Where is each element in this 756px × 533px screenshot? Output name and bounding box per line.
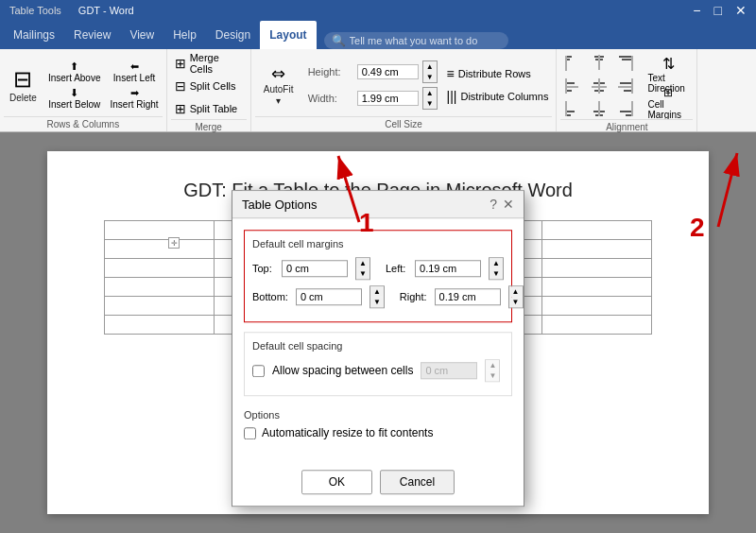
dialog-title-bar: Table Options ? ✕ — [232, 191, 524, 218]
table-cell[interactable] — [542, 316, 652, 335]
tab-layout[interactable]: Layout — [260, 21, 316, 49]
table-cell[interactable] — [105, 297, 215, 316]
left-spinner[interactable]: ▲▼ — [489, 257, 504, 280]
autofit-button[interactable]: ⇔ AutoFit ▾ — [255, 57, 302, 113]
autofit-container: ⇔ AutoFit ▾ — [255, 57, 302, 113]
align-middle-right-button[interactable] — [613, 76, 638, 96]
ok-button[interactable]: OK — [301, 470, 372, 494]
distribute-container: ≡ Distribute Rows ||| Distribute Columns — [443, 57, 553, 113]
text-dir-container: ⇅ Text Direction ⊞ Cell Margins — [644, 58, 693, 114]
align-bottom-left-button[interactable] — [560, 98, 585, 119]
tell-me-input[interactable] — [350, 35, 501, 46]
dialog-close-icon[interactable]: ✕ — [503, 197, 514, 212]
left-input[interactable] — [415, 260, 481, 277]
split-cells-button[interactable]: ⊟ Split Cells — [171, 76, 247, 96]
maximize-icon[interactable]: □ — [709, 3, 728, 18]
svg-rect-6 — [619, 56, 632, 58]
align-top-center-button[interactable] — [587, 53, 611, 74]
align-middle-left-button[interactable] — [560, 76, 585, 96]
insert-below-button[interactable]: ⬇ Insert Below — [44, 86, 105, 111]
rows-cols-group: ⊟ Delete ⬆ Insert Above ⬇ Insert Below ⬅… — [0, 49, 167, 131]
tab-design[interactable]: Design — [206, 21, 260, 49]
options-section: Options Automatically resize to fit cont… — [244, 405, 512, 451]
alignment-content: ⇅ Text Direction ⊞ Cell Margins — [560, 53, 693, 119]
bottom-input[interactable] — [296, 288, 362, 305]
distribute-rows-icon: ≡ — [447, 66, 455, 81]
default-cell-spacing-section: Default cell spacing Allow spacing betwe… — [244, 332, 512, 396]
text-direction-icon: ⇅ — [662, 55, 675, 73]
table-cell[interactable] — [105, 221, 215, 240]
svg-rect-18 — [618, 86, 633, 88]
height-spinner[interactable]: ▲▼ — [422, 60, 438, 83]
cell-spacing-title: Default cell spacing — [252, 340, 504, 352]
table-cell[interactable] — [542, 278, 652, 297]
table-cell[interactable] — [542, 240, 652, 259]
cell-margins-button[interactable]: ⊞ Cell Margins — [644, 92, 693, 114]
default-cell-margins-section: Default cell margins Top: ▲▼ Left: ▲▼ — [244, 230, 512, 322]
tab-help[interactable]: Help — [163, 21, 206, 49]
dialog-help-icon[interactable]: ? — [490, 197, 497, 212]
svg-rect-27 — [620, 111, 631, 112]
insert-left-button[interactable]: ⬅ Insert Left — [107, 60, 163, 84]
insert-above-button[interactable]: ⬆ Insert Above — [44, 60, 105, 84]
text-direction-button[interactable]: ⇅ Text Direction — [644, 58, 693, 90]
align-bottom-right-button[interactable] — [613, 98, 638, 119]
tab-mailings[interactable]: Mailings — [4, 21, 64, 49]
dialog-body: Default cell margins Top: ▲▼ Left: ▲▼ — [232, 218, 524, 462]
dialog-title-icons: ? ✕ — [490, 197, 514, 212]
svg-rect-28 — [626, 114, 631, 116]
rows-cols-label: Rows & Columns — [4, 116, 163, 129]
tab-bar: Mailings Review View Help Design Layout … — [0, 21, 756, 49]
dialog-title: Table Options — [242, 198, 318, 212]
distribute-cols-button[interactable]: ||| Distribute Columns — [443, 87, 553, 106]
insert-right-icon: ➡ — [130, 87, 139, 99]
align-middle-center-button[interactable] — [587, 76, 611, 96]
cancel-button[interactable]: Cancel — [380, 470, 455, 494]
align-top-right-button[interactable] — [613, 53, 638, 74]
height-input[interactable] — [357, 64, 419, 79]
table-cell[interactable] — [105, 240, 215, 259]
svg-rect-2 — [565, 56, 567, 71]
tell-me-field[interactable]: 🔍 — [324, 32, 508, 49]
distribute-rows-button[interactable]: ≡ Distribute Rows — [443, 64, 553, 83]
table-cell[interactable] — [542, 259, 652, 278]
svg-rect-12 — [565, 78, 567, 94]
options-title: Options — [244, 409, 512, 421]
table-cell[interactable] — [105, 278, 215, 297]
auto-resize-checkbox[interactable] — [244, 427, 256, 439]
allow-spacing-row: Allow spacing between cells ▲▼ — [252, 359, 504, 382]
align-bottom-center-button[interactable] — [587, 98, 611, 119]
allow-spacing-label: Allow spacing between cells — [272, 364, 413, 377]
right-input[interactable] — [435, 288, 501, 305]
top-spinner[interactable]: ▲▼ — [355, 257, 370, 280]
table-handle[interactable]: ✛ — [168, 237, 180, 249]
width-input[interactable] — [357, 91, 419, 106]
height-label: Height: — [308, 66, 353, 77]
tab-view[interactable]: View — [120, 21, 163, 49]
cell-margins-title: Default cell margins — [252, 238, 504, 249]
merge-content: ⊞ Merge Cells ⊟ Split Cells ⊞ Split Tabl… — [171, 53, 247, 119]
width-spinner[interactable]: ▲▼ — [422, 87, 438, 110]
table-cell[interactable] — [105, 259, 215, 278]
minimize-icon[interactable]: − — [687, 3, 706, 18]
table-cell[interactable] — [542, 221, 652, 240]
split-table-button[interactable]: ⊞ Split Table — [171, 98, 247, 119]
table-cell[interactable] — [105, 316, 215, 335]
merge-cells-button[interactable]: ⊞ Merge Cells — [171, 53, 247, 74]
split-table-icon: ⊞ — [175, 101, 186, 116]
align-top-left-button[interactable] — [560, 53, 585, 74]
top-input[interactable] — [282, 260, 348, 277]
table-cell[interactable] — [542, 297, 652, 316]
svg-rect-23 — [565, 101, 567, 116]
right-spinner[interactable]: ▲▼ — [508, 285, 524, 308]
insert-below-icon: ⬇ — [70, 87, 78, 99]
tab-review[interactable]: Review — [64, 21, 120, 49]
cell-size-label: Cell Size — [255, 116, 553, 129]
bottom-spinner[interactable]: ▲▼ — [369, 285, 385, 308]
insert-side-buttons: ⬅ Insert Left ➡ Insert Right — [107, 60, 163, 111]
svg-line-33 — [718, 153, 737, 227]
delete-button[interactable]: ⊟ Delete — [4, 57, 43, 113]
close-icon[interactable]: ✕ — [730, 3, 752, 18]
insert-right-button[interactable]: ➡ Insert Right — [107, 86, 163, 111]
allow-spacing-checkbox[interactable] — [252, 365, 265, 377]
